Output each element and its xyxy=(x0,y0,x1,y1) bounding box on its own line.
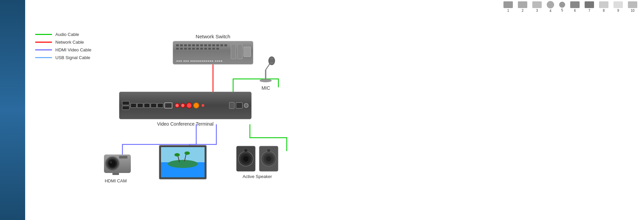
svg-rect-2 xyxy=(265,70,266,80)
network-cable-line xyxy=(35,42,52,43)
network-cable-label: Network Cable xyxy=(55,40,84,45)
cam-label: HDMI CAM xyxy=(99,178,132,183)
display-icon xyxy=(158,144,208,184)
speaker-label: Active Speaker xyxy=(236,174,279,179)
thumb-2[interactable]: 2 xyxy=(518,1,527,12)
legend-audio-cable: Audio Cable xyxy=(35,32,91,37)
display-device xyxy=(158,144,208,185)
left-sidebar xyxy=(0,0,25,220)
audio-cable-line xyxy=(35,34,52,35)
vct-label: Video Conference Terminal xyxy=(119,121,252,127)
svg-point-29 xyxy=(243,156,249,162)
thumb-3[interactable]: 3 xyxy=(532,1,542,12)
network-switch: Network Switch xyxy=(173,34,253,64)
thumb-9[interactable]: 9 xyxy=(613,1,623,12)
svg-point-25 xyxy=(184,151,190,155)
speaker-right-icon xyxy=(259,145,279,172)
thumb-7[interactable]: 7 xyxy=(585,1,594,12)
diagram: Network Switch xyxy=(92,20,495,220)
thumbnail-strip: 1 2 3 4 5 6 7 8 xyxy=(443,0,644,13)
svg-rect-15 xyxy=(119,156,127,159)
thumb-8[interactable]: 8 xyxy=(599,1,608,12)
legend-hdmi-cable: HDMI Video Cable xyxy=(35,47,91,52)
speaker-device: Active Speaker xyxy=(236,145,279,179)
svg-point-31 xyxy=(245,149,247,151)
hdmi-cable-line xyxy=(35,49,52,50)
mic-label: MIC xyxy=(253,85,278,91)
svg-point-21 xyxy=(168,160,198,168)
thumb-1[interactable]: 1 xyxy=(503,1,513,12)
svg-point-37 xyxy=(268,149,270,151)
audio-cable-label: Audio Cable xyxy=(55,32,79,37)
cam-icon xyxy=(99,151,132,176)
svg-point-23 xyxy=(174,153,180,157)
svg-point-13 xyxy=(109,160,116,167)
thumb-5[interactable]: 5 xyxy=(559,2,565,12)
legend: Audio Cable Network Cable HDMI Video Cab… xyxy=(35,32,91,63)
speaker-left-icon xyxy=(236,145,256,172)
usb-cable-line xyxy=(35,57,52,58)
usb-cable-label: USB Signal Cable xyxy=(55,55,90,60)
vct-device: Video Conference Terminal xyxy=(119,92,252,127)
svg-point-35 xyxy=(266,156,271,162)
mic-device: MIC xyxy=(253,56,278,91)
hdmi-cam: HDMI CAM xyxy=(99,151,132,183)
thumb-10[interactable]: 10 xyxy=(628,1,637,12)
thumb-6[interactable]: 6 xyxy=(570,1,580,12)
hdmi-cable-label: HDMI Video Cable xyxy=(55,47,91,52)
legend-network-cable: Network Cable xyxy=(35,40,91,45)
svg-rect-16 xyxy=(112,173,119,175)
svg-point-14 xyxy=(110,161,112,163)
mic-icon xyxy=(253,56,278,83)
network-switch-label: Network Switch xyxy=(173,34,253,39)
main-content: 1 2 3 4 5 6 7 8 xyxy=(25,0,644,220)
thumb-4[interactable]: 4 xyxy=(547,1,554,13)
legend-usb-cable: USB Signal Cable xyxy=(35,55,91,60)
